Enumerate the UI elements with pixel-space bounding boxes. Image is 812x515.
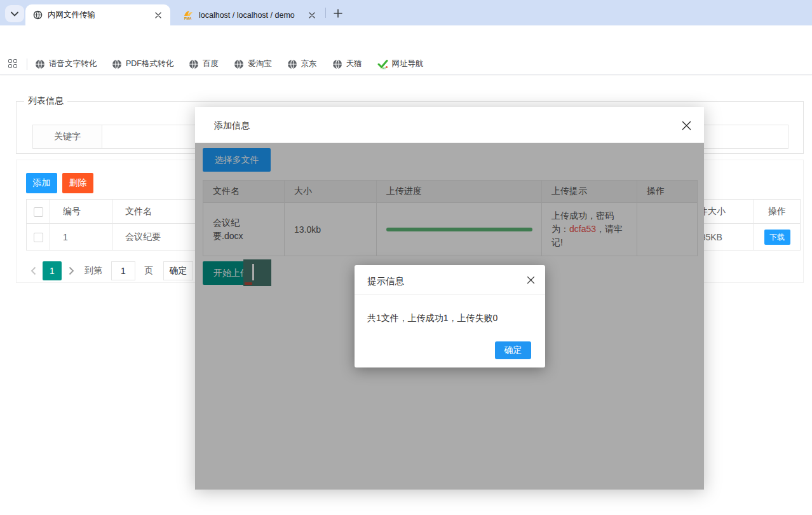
bookmark-item[interactable]: 京东 <box>287 58 317 69</box>
tab-title: 内网文件传输 <box>48 10 152 20</box>
dialog-close-icon[interactable] <box>525 274 536 285</box>
bookmark-label: PDF格式转化 <box>126 58 173 69</box>
tab-close-icon[interactable] <box>152 10 164 21</box>
column-header-action: 操作 <box>754 200 801 224</box>
hao-check-icon: hao <box>377 59 388 69</box>
pagination: 1 到第 页 确定 共 <box>26 261 208 280</box>
globe-icon <box>189 59 199 69</box>
tab-title: localhost / localhost / demo <box>199 11 306 20</box>
dialog-message: 共1文件，上传成功1，上传失败0 <box>367 313 497 324</box>
modal-close-icon[interactable] <box>680 119 693 132</box>
bookmarks-bar: 语音文字转化 PDF格式转化 百度 爱淘宝 京东 天猫 hao 网址导航 <box>0 53 812 75</box>
new-tab-button[interactable] <box>329 6 347 21</box>
page-unit-label: 页 <box>144 265 153 277</box>
globe-favicon-icon <box>33 10 43 20</box>
bookmark-item[interactable]: 爱淘宝 <box>234 58 272 69</box>
bookmark-item[interactable]: 百度 <box>189 58 219 69</box>
page-confirm-button[interactable]: 确定 <box>163 261 193 280</box>
current-page-button[interactable]: 1 <box>43 261 62 280</box>
prev-page-icon[interactable] <box>26 261 40 280</box>
modal-title: 添加信息 <box>214 120 250 132</box>
browser-window: 内网文件传输 PMA localhost / localhost / demo <box>0 0 812 515</box>
globe-icon <box>332 59 342 69</box>
bookmark-item[interactable]: PDF格式转化 <box>112 58 173 69</box>
bookmark-item[interactable]: 天猫 <box>332 58 362 69</box>
bookmark-item[interactable]: hao 网址导航 <box>377 58 424 69</box>
bookmark-label: 语音文字转化 <box>49 58 97 69</box>
fieldset-legend: 列表信息 <box>24 95 67 107</box>
tab-close-icon[interactable] <box>306 10 318 21</box>
column-header-no: 编号 <box>50 200 112 224</box>
page-number-input[interactable] <box>111 261 135 280</box>
bookmark-item[interactable]: 语音文字转化 <box>35 58 97 69</box>
add-button[interactable]: 添加 <box>26 173 57 193</box>
plus-icon <box>334 9 342 18</box>
prompt-dialog: 提示信息 共1文件，上传成功1，上传失败0 确定 <box>355 265 545 367</box>
dialog-title: 提示信息 <box>367 275 404 287</box>
tab-separator <box>325 8 326 18</box>
globe-icon <box>287 59 297 69</box>
row-checkbox[interactable] <box>34 233 43 242</box>
select-all-checkbox[interactable] <box>34 207 43 217</box>
svg-text:hao: hao <box>381 65 386 69</box>
globe-icon <box>35 59 45 69</box>
bookmark-label: 爱淘宝 <box>248 58 272 69</box>
tab-search-button[interactable] <box>5 5 24 22</box>
bookmark-label: 网址导航 <box>392 58 424 69</box>
globe-icon <box>112 59 122 69</box>
modal-header: 添加信息 <box>195 107 704 143</box>
browser-toolbar: localhost/demo/file_transfer/ <box>0 25 812 53</box>
dialog-header: 提示信息 <box>355 265 545 295</box>
cell-no: 1 <box>50 224 112 251</box>
tab-file-transfer[interactable]: 内网文件传输 <box>25 4 170 25</box>
bookmark-label: 天猫 <box>346 58 362 69</box>
svg-text:PMA: PMA <box>184 17 192 20</box>
dialog-ok-button[interactable]: 确定 <box>495 341 531 359</box>
tab-strip: 内网文件传输 PMA localhost / localhost / demo <box>0 0 812 25</box>
download-button[interactable]: 下载 <box>764 230 790 245</box>
next-page-icon[interactable] <box>64 261 78 280</box>
globe-icon <box>234 59 244 69</box>
bookmark-label: 百度 <box>203 58 219 69</box>
phpmyadmin-favicon-icon: PMA <box>183 10 194 20</box>
goto-label: 到第 <box>85 265 102 277</box>
chevron-down-icon <box>11 11 18 17</box>
delete-button[interactable]: 删除 <box>62 173 93 193</box>
bookmark-label: 京东 <box>301 58 317 69</box>
apps-grid-icon[interactable] <box>8 59 18 69</box>
bookmarks-divider <box>27 58 27 70</box>
tab-phpmyadmin[interactable]: PMA localhost / localhost / demo <box>178 4 321 25</box>
keyword-label: 关键字 <box>32 125 102 149</box>
